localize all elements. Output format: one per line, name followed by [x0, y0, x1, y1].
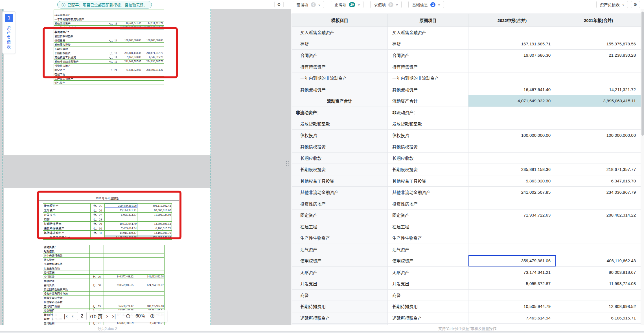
source-item-cell[interactable]: 在建工程 — [388, 221, 468, 232]
source-item-cell[interactable]: 长期待摊费用 — [388, 301, 468, 312]
value-2022-cell[interactable]: 359,479,381.06 — [468, 255, 556, 267]
source-item-cell[interactable]: 合同资产 — [388, 50, 468, 61]
value-2021-cell[interactable]: 155,975,878.56 — [556, 38, 641, 50]
template-item-cell[interactable]: 长期股权投资 — [292, 164, 388, 175]
template-item-cell[interactable]: 油气资产 — [292, 244, 388, 255]
template-item-cell[interactable]: 债权投资 — [292, 129, 388, 141]
source-item-cell[interactable]: 其他债权投资 — [388, 141, 468, 153]
filter-basic-info[interactable]: 基础信息 2 ∨ — [408, 1, 444, 8]
template-item-cell[interactable]: 固定资产 — [292, 209, 388, 221]
source-item-cell[interactable]: 买入返售金融资产 — [388, 27, 468, 38]
template-item-cell[interactable]: 其他权益工具投资 — [292, 175, 388, 187]
template-item-cell[interactable]: 投资性房地产 — [292, 198, 388, 209]
value-2021-cell[interactable]: 234,036,967.79 — [556, 187, 641, 198]
value-2022-cell[interactable]: 9,863,920.80 — [468, 175, 556, 187]
template-item-cell[interactable]: 生产性生物资产 — [292, 232, 388, 244]
value-2022-cell[interactable] — [468, 152, 556, 164]
template-item-cell[interactable]: 其他非流动金融资产 — [292, 187, 388, 198]
value-2021-cell[interactable] — [556, 61, 641, 72]
template-item-cell[interactable]: 流动资产合计 — [292, 95, 388, 107]
source-item-cell[interactable]: 长期股权投资 — [388, 164, 468, 175]
source-item-cell[interactable]: 油气资产 — [388, 244, 468, 255]
template-item-cell[interactable]: 递延所得税资产 — [292, 312, 388, 324]
value-2022-cell[interactable] — [468, 198, 556, 209]
value-2021-cell[interactable] — [556, 107, 641, 118]
source-item-cell[interactable]: 长期应收款 — [388, 152, 468, 164]
source-item-cell[interactable]: 商誉 — [388, 289, 468, 301]
value-2022-cell[interactable]: 10,505,944.79 — [468, 301, 556, 312]
filter-error-items[interactable]: 错误项 0 ∨ — [293, 1, 324, 8]
value-2021-cell[interactable] — [556, 232, 641, 244]
value-2022-cell[interactable] — [468, 107, 556, 118]
value-2021-cell[interactable] — [556, 141, 641, 153]
template-item-cell[interactable]: 开发支出 — [292, 278, 388, 290]
source-item-cell[interactable]: 投资性房地产 — [388, 198, 468, 209]
value-2021-cell[interactable]: 6,347,615.70 — [556, 175, 641, 187]
value-2022-cell[interactable]: 167,191,685.71 — [468, 38, 556, 50]
template-item-cell[interactable]: 商誉 — [292, 289, 388, 301]
value-2022-cell[interactable]: 7,463,614.94 — [468, 312, 556, 324]
template-item-cell[interactable]: 存货 — [292, 38, 388, 50]
template-item-cell[interactable]: 使用权资产 — [292, 255, 388, 267]
value-2022-cell[interactable]: 19,807,686.30 — [468, 50, 556, 61]
last-page-button[interactable]: ›| — [112, 313, 117, 319]
value-2022-cell[interactable] — [468, 61, 556, 72]
settings-button[interactable]: ⚙ — [631, 1, 640, 8]
value-2021-cell[interactable] — [556, 221, 641, 232]
value-2022-cell[interactable]: 241,002,507.85 — [468, 187, 556, 198]
source-item-cell[interactable]: 存货 — [388, 38, 468, 50]
source-item-cell[interactable]: 非流动资产： — [388, 107, 468, 118]
value-2021-cell[interactable]: 80,003,818.67 — [556, 266, 641, 278]
value-2021-cell[interactable] — [556, 244, 641, 255]
value-2022-cell[interactable] — [468, 118, 556, 130]
value-2022-cell[interactable]: 71,934,722.63 — [468, 209, 556, 221]
panel-drag-handle[interactable] — [286, 161, 289, 166]
value-2021-cell[interactable]: 12,808,698.52 — [556, 301, 641, 312]
sheet-tab[interactable]: 1 资产负债表 — [2, 11, 16, 54]
source-item-cell[interactable]: 生产性生物资产 — [388, 232, 468, 244]
sheet-selector[interactable]: 资产负债表 ∨ — [596, 1, 628, 8]
value-2021-cell[interactable] — [556, 118, 641, 130]
value-2021-cell[interactable]: 11,993,724.08 — [556, 278, 641, 290]
template-item-cell[interactable]: 合同资产 — [292, 50, 388, 61]
value-2022-cell[interactable]: 100,000,000.00 — [468, 129, 556, 141]
first-page-button[interactable]: |‹ — [63, 313, 68, 319]
value-2021-cell[interactable]: 3,895,060,415.11 — [556, 95, 641, 107]
source-item-cell[interactable]: 发放贷款和垫款 — [388, 118, 468, 130]
value-2022-cell[interactable]: 16,467,641.40 — [468, 84, 556, 95]
prev-page-button[interactable]: ‹ — [71, 313, 74, 319]
template-item-cell[interactable]: 其他流动资产 — [292, 84, 388, 95]
value-2021-cell[interactable]: 218,671,357.77 — [556, 164, 641, 175]
template-item-cell[interactable]: 非流动资产： — [292, 107, 388, 118]
template-item-cell[interactable]: 买入返售金融资产 — [292, 27, 388, 38]
value-2022-cell[interactable] — [468, 221, 556, 232]
filter-correct-items[interactable]: 正确项 20 ∨ — [331, 1, 363, 8]
filter-evaluated-items[interactable]: 求值项 0 ∨ — [370, 1, 402, 8]
value-2022-cell[interactable] — [468, 289, 556, 301]
template-item-cell[interactable]: 无形资产 — [292, 266, 388, 278]
value-2022-cell[interactable]: 5,055,372.87 — [468, 278, 556, 290]
value-2022-cell[interactable] — [468, 72, 556, 84]
value-2022-cell[interactable]: 235,881,158.36 — [468, 164, 556, 175]
source-item-cell[interactable]: 递延所得税资产 — [388, 312, 468, 324]
source-item-cell[interactable]: 一年内到期的非流动资产 — [388, 72, 468, 84]
value-2021-cell[interactable]: 14,211,321.72 — [556, 84, 641, 95]
zoom-out-button[interactable]: ⊖ — [124, 313, 132, 319]
source-item-cell[interactable]: 使用权资产 — [388, 255, 468, 267]
source-item-cell[interactable]: 其他非流动金融资产 — [388, 187, 468, 198]
source-item-cell[interactable]: 无形资产 — [388, 266, 468, 278]
template-config-button[interactable]: ⚙ — [274, 1, 284, 8]
value-2022-cell[interactable]: 73,174,341.21 — [468, 266, 556, 278]
value-2022-cell[interactable] — [468, 244, 556, 255]
scrollbar[interactable] — [641, 9, 644, 325]
value-2022-cell[interactable] — [468, 232, 556, 244]
zoom-in-button[interactable]: ⊕ — [148, 313, 157, 319]
next-page-button[interactable]: › — [106, 313, 109, 319]
template-item-cell[interactable]: 其他债权投资 — [292, 141, 388, 153]
template-item-cell[interactable]: 长期待摊费用 — [292, 301, 388, 312]
source-item-cell[interactable]: 债权投资 — [388, 129, 468, 141]
value-2021-cell[interactable]: 100,000,000.00 — [556, 129, 641, 141]
value-2021-cell[interactable]: 21,238,830.28 — [556, 50, 641, 61]
value-2021-cell[interactable] — [556, 27, 641, 38]
template-item-cell[interactable]: 发放贷款和垫款 — [292, 118, 388, 130]
